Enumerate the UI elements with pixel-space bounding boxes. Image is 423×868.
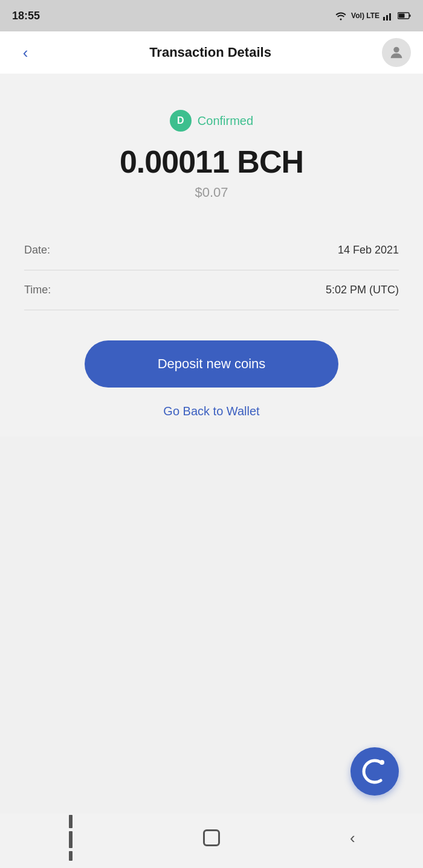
svg-rect-3 — [392, 11, 394, 21]
bottom-nav: ‹ — [0, 814, 423, 868]
go-back-link[interactable]: Go Back to Wallet — [163, 404, 259, 418]
main-content: D Confirmed 0.00011 BCH $0.07 Date: 14 F… — [0, 74, 423, 436]
deposit-button[interactable]: Deposit new coins — [85, 340, 338, 388]
nav-back-button[interactable]: ‹ — [334, 826, 370, 850]
svg-rect-1 — [386, 15, 388, 21]
status-badge: D Confirmed — [170, 110, 253, 132]
date-value: 14 Feb 2021 — [338, 244, 399, 257]
recent-apps-icon — [69, 815, 73, 861]
date-row: Date: 14 Feb 2021 — [24, 231, 399, 270]
status-text: Confirmed — [198, 114, 253, 128]
fab-button[interactable] — [350, 747, 399, 796]
back-button[interactable]: ‹ — [12, 39, 39, 66]
profile-avatar[interactable] — [382, 38, 411, 67]
person-icon — [388, 44, 405, 61]
transaction-status: D Confirmed 0.00011 BCH $0.07 — [18, 98, 405, 206]
buttons-section: Deposit new coins Go Back to Wallet — [18, 340, 405, 418]
back-chevron-icon: ‹ — [23, 43, 28, 62]
home-icon — [203, 829, 220, 846]
signal-icon — [383, 11, 394, 21]
status-type-indicator: D — [170, 110, 192, 132]
coin-icon — [360, 756, 390, 787]
status-bar: 18:55 Vol) LTE — [0, 0, 423, 31]
svg-rect-2 — [389, 13, 391, 21]
back-arrow-icon: ‹ — [350, 829, 355, 847]
svg-rect-0 — [383, 17, 385, 21]
svg-rect-6 — [399, 14, 405, 18]
wifi-icon — [334, 11, 347, 21]
svg-point-8 — [379, 760, 384, 765]
time-row: Time: 5:02 PM (UTC) — [24, 270, 399, 310]
status-icons: Vol) LTE — [334, 11, 411, 21]
time-value: 5:02 PM (UTC) — [326, 284, 399, 296]
details-section: Date: 14 Feb 2021 Time: 5:02 PM (UTC) — [18, 231, 405, 310]
nav-header: ‹ Transaction Details — [0, 31, 423, 74]
status-time: 18:55 — [12, 10, 40, 22]
svg-point-7 — [393, 47, 399, 53]
svg-rect-5 — [410, 14, 411, 17]
lte-icon: Vol) LTE — [351, 11, 379, 20]
nav-home-button[interactable] — [193, 826, 230, 850]
date-label: Date: — [24, 244, 50, 257]
nav-recent-apps-button[interactable] — [53, 826, 89, 850]
page-title: Transaction Details — [149, 45, 271, 60]
time-label: Time: — [24, 284, 51, 296]
amount-crypto: 0.00011 BCH — [120, 144, 303, 180]
amount-fiat: $0.07 — [195, 185, 228, 200]
battery-icon — [398, 12, 411, 19]
